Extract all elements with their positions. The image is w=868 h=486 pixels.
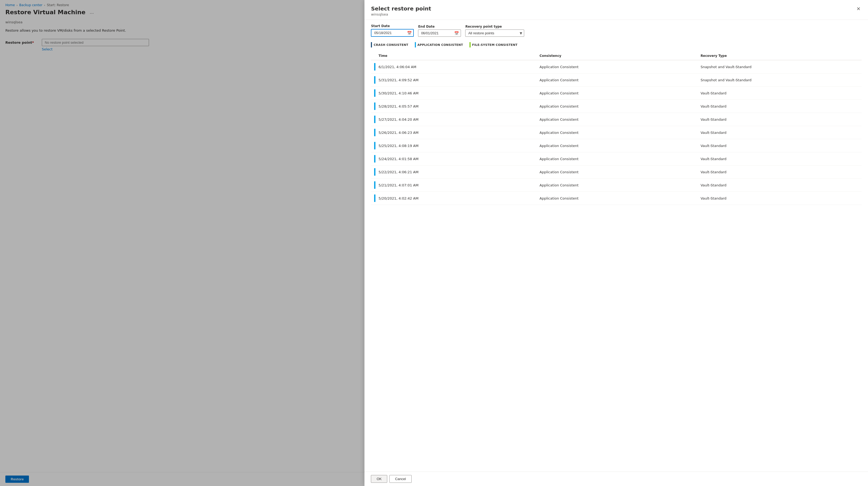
close-button[interactable]: ✕ (856, 5, 862, 12)
cell-recovery-type: Snapshot and Vault-Standard (701, 78, 862, 82)
cell-time: 5/24/2021, 4:01:58 AM (378, 157, 539, 161)
cell-recovery-type: Vault-Standard (701, 131, 862, 135)
cell-time: 5/30/2021, 4:10:46 AM (378, 91, 539, 95)
cell-recovery-type: Vault-Standard (701, 117, 862, 121)
cell-consistency: Application Consistent (539, 65, 701, 69)
consistency-bar (374, 195, 375, 202)
col-recovery-type: Recovery Type (701, 54, 862, 58)
dialog-title: Select restore point (371, 5, 431, 12)
row-indicator (371, 181, 378, 189)
legend-bar (415, 42, 416, 48)
table-header: Time Consistency Recovery Type (371, 52, 862, 60)
cell-consistency: Application Consistent (539, 131, 701, 135)
cell-time: 5/31/2021, 4:09:52 AM (378, 78, 539, 82)
end-date-wrapper: 📅 (418, 29, 461, 37)
table-row[interactable]: 5/21/2021, 4:07:01 AM Application Consis… (371, 179, 862, 192)
cell-consistency: Application Consistent (539, 117, 701, 121)
col-consistency: Consistency (539, 54, 701, 58)
cell-time: 5/28/2021, 4:05:57 AM (378, 104, 539, 108)
end-date-input[interactable] (418, 29, 461, 37)
row-indicator (371, 76, 378, 84)
recovery-type-select-wrapper: All restore pointsCrash ConsistentApplic… (465, 29, 524, 37)
row-indicator (371, 155, 378, 163)
cell-consistency: Application Consistent (539, 157, 701, 161)
cell-recovery-type: Vault-Standard (701, 91, 862, 95)
table-row[interactable]: 6/1/2021, 4:06:04 AM Application Consist… (371, 60, 862, 74)
cell-consistency: Application Consistent (539, 183, 701, 187)
legend-bar (371, 42, 372, 48)
cell-time: 5/22/2021, 4:06:21 AM (378, 170, 539, 174)
recovery-type-label: Recovery point type (465, 25, 524, 28)
dialog-header: Select restore point winsqlsea ✕ (365, 0, 868, 20)
cell-consistency: Application Consistent (539, 170, 701, 174)
table-body: 6/1/2021, 4:06:04 AM Application Consist… (371, 60, 862, 205)
col-indicator (371, 54, 378, 58)
row-indicator (371, 142, 378, 149)
legend-label: FILE-SYSTEM CONSISTENT (472, 43, 518, 47)
end-date-label: End Date (418, 25, 461, 28)
row-indicator (371, 195, 378, 202)
consistency-bar (374, 155, 375, 163)
cell-time: 5/27/2021, 4:04:20 AM (378, 117, 539, 121)
start-date-input[interactable] (371, 29, 414, 37)
dialog-subtitle: winsqlsea (371, 12, 431, 17)
start-date-wrapper: 📅 (371, 29, 414, 37)
consistency-bar (374, 142, 375, 149)
start-date-group: Start Date 📅 (371, 24, 414, 37)
cell-time: 5/25/2021, 4:08:19 AM (378, 144, 539, 148)
cell-consistency: Application Consistent (539, 91, 701, 95)
cell-consistency: Application Consistent (539, 78, 701, 82)
consistency-bar (374, 129, 375, 136)
consistency-bar (374, 103, 375, 110)
consistency-bar (374, 63, 375, 70)
legend-row: CRASH CONSISTENT APPLICATION CONSISTENT … (371, 42, 862, 48)
ok-button[interactable]: OK (371, 475, 387, 483)
table-row[interactable]: 5/26/2021, 4:06:23 AM Application Consis… (371, 126, 862, 139)
recovery-type-select[interactable]: All restore pointsCrash ConsistentApplic… (465, 29, 524, 37)
legend-item: APPLICATION CONSISTENT (415, 42, 463, 48)
table-row[interactable]: 5/20/2021, 4:02:42 AM Application Consis… (371, 192, 862, 205)
col-time: Time (378, 54, 539, 58)
cell-time: 5/21/2021, 4:07:01 AM (378, 183, 539, 187)
table-row[interactable]: 5/25/2021, 4:08:19 AM Application Consis… (371, 139, 862, 152)
table-row[interactable]: 5/31/2021, 4:09:52 AM Application Consis… (371, 74, 862, 87)
dialog-title-group: Select restore point winsqlsea (371, 5, 431, 17)
consistency-bar (374, 76, 375, 84)
table-row[interactable]: 5/24/2021, 4:01:58 AM Application Consis… (371, 152, 862, 166)
row-indicator (371, 168, 378, 176)
row-indicator (371, 129, 378, 136)
cell-time: 5/26/2021, 4:06:23 AM (378, 131, 539, 135)
select-restore-point-dialog: Select restore point winsqlsea ✕ Start D… (365, 0, 868, 486)
table-row[interactable]: 5/27/2021, 4:04:20 AM Application Consis… (371, 113, 862, 126)
filter-row: Start Date 📅 End Date 📅 Recovery point t… (371, 24, 862, 37)
row-indicator (371, 103, 378, 110)
cell-recovery-type: Snapshot and Vault-Standard (701, 65, 862, 69)
start-date-label: Start Date (371, 24, 414, 28)
dialog-body: Start Date 📅 End Date 📅 Recovery point t… (365, 20, 868, 471)
table-row[interactable]: 5/28/2021, 4:05:57 AM Application Consis… (371, 100, 862, 113)
cell-recovery-type: Vault-Standard (701, 104, 862, 108)
cell-recovery-type: Vault-Standard (701, 183, 862, 187)
cancel-button[interactable]: Cancel (390, 475, 411, 483)
consistency-bar (374, 116, 375, 123)
legend-item: CRASH CONSISTENT (371, 42, 408, 48)
cell-consistency: Application Consistent (539, 196, 701, 200)
restore-points-table: Time Consistency Recovery Type 6/1/2021,… (371, 52, 862, 205)
dialog-footer: OK Cancel (365, 471, 868, 486)
row-indicator (371, 63, 378, 70)
cell-time: 5/20/2021, 4:02:42 AM (378, 196, 539, 200)
legend-label: APPLICATION CONSISTENT (417, 43, 463, 47)
table-row[interactable]: 5/22/2021, 4:06:21 AM Application Consis… (371, 166, 862, 179)
table-row[interactable]: 5/30/2021, 4:10:46 AM Application Consis… (371, 87, 862, 100)
consistency-bar (374, 89, 375, 97)
cell-recovery-type: Vault-Standard (701, 144, 862, 148)
consistency-bar (374, 168, 375, 176)
cell-recovery-type: Vault-Standard (701, 196, 862, 200)
legend-item: FILE-SYSTEM CONSISTENT (469, 42, 518, 48)
cell-recovery-type: Vault-Standard (701, 157, 862, 161)
recovery-type-group: Recovery point type All restore pointsCr… (465, 25, 524, 37)
end-date-group: End Date 📅 (418, 25, 461, 37)
cell-recovery-type: Vault-Standard (701, 170, 862, 174)
row-indicator (371, 89, 378, 97)
legend-bar (469, 42, 471, 48)
